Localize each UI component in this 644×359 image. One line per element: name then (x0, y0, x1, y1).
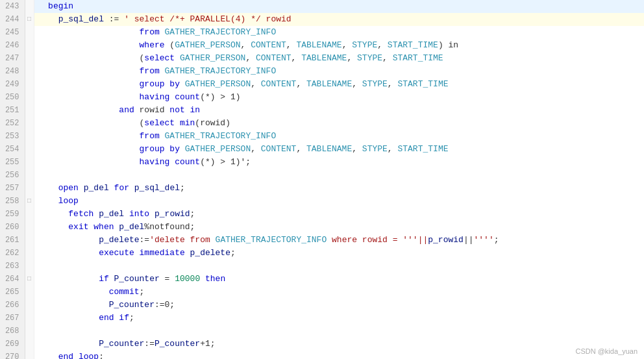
code-line (34, 169, 644, 182)
code-line: p_delete:='delete from GATHER_TRAJECTORY… (34, 234, 644, 247)
line-number: 269 (0, 338, 25, 351)
fold-indicator (25, 234, 34, 247)
code-line: from GATHER_TRAJECTORY_INFO (34, 65, 644, 78)
line-number: 249 (0, 78, 25, 91)
code-line: p_sql_del := ' select /*+ PARALLEL(4) */… (34, 13, 644, 26)
code-editor: 243 begin244□ p_sql_del := ' select /*+ … (0, 0, 644, 359)
line-number: 268 (0, 325, 25, 338)
line-number: 247 (0, 52, 25, 65)
fold-indicator[interactable]: □ (25, 273, 34, 286)
fold-indicator (25, 351, 34, 359)
code-line: having count(*) > 1) (34, 91, 644, 104)
code-line: execute immediate p_delete; (34, 247, 644, 260)
fold-indicator (25, 299, 34, 312)
fold-indicator (25, 221, 34, 234)
line-number: 244 (0, 13, 25, 26)
code-line: group by GATHER_PERSON, CONTENT, TABLENA… (34, 143, 644, 156)
code-line: fetch p_del into p_rowid; (34, 208, 644, 221)
fold-indicator (25, 130, 34, 143)
line-number: 264 (0, 273, 25, 286)
line-number: 263 (0, 260, 25, 273)
line-number: 262 (0, 247, 25, 260)
line-number: 260 (0, 221, 25, 234)
line-number: 265 (0, 286, 25, 299)
fold-indicator (25, 39, 34, 52)
code-line: P_counter:=P_counter+1; (34, 338, 644, 351)
watermark: CSDN @kida_yuan (575, 347, 638, 355)
fold-indicator (25, 312, 34, 325)
line-number: 259 (0, 208, 25, 221)
fold-indicator (25, 91, 34, 104)
code-table: 243 begin244□ p_sql_del := ' select /*+ … (0, 0, 644, 359)
line-number: 243 (0, 0, 25, 13)
code-line: having count(*) > 1)'; (34, 156, 644, 169)
fold-indicator (25, 52, 34, 65)
fold-indicator[interactable]: □ (25, 13, 34, 26)
line-number: 246 (0, 39, 25, 52)
line-number: 251 (0, 104, 25, 117)
code-line: (select min(rowid) (34, 117, 644, 130)
line-number: 270 (0, 351, 25, 359)
line-number: 267 (0, 312, 25, 325)
fold-indicator (25, 338, 34, 351)
line-number: 258 (0, 195, 25, 208)
code-line: begin (34, 0, 644, 13)
fold-indicator (25, 26, 34, 39)
code-line: (select GATHER_PERSON, CONTENT, TABLENAM… (34, 52, 644, 65)
fold-indicator (25, 0, 34, 13)
code-line (34, 325, 644, 338)
code-line: from GATHER_TRAJECTORY_INFO (34, 26, 644, 39)
code-line: and rowid not in (34, 104, 644, 117)
fold-indicator (25, 143, 34, 156)
fold-indicator (25, 156, 34, 169)
line-number: 248 (0, 65, 25, 78)
fold-indicator (25, 208, 34, 221)
code-line: exit when p_del%notfound; (34, 221, 644, 234)
fold-indicator (25, 169, 34, 182)
line-number: 250 (0, 91, 25, 104)
line-number: 257 (0, 182, 25, 195)
code-line (34, 260, 644, 273)
code-line: loop (34, 195, 644, 208)
code-line: group by GATHER_PERSON, CONTENT, TABLENA… (34, 78, 644, 91)
fold-indicator[interactable]: □ (25, 195, 34, 208)
code-line: end loop; (34, 351, 644, 359)
fold-indicator (25, 65, 34, 78)
line-number: 252 (0, 117, 25, 130)
line-number: 256 (0, 169, 25, 182)
fold-indicator (25, 325, 34, 338)
code-line: open p_del for p_sql_del; (34, 182, 644, 195)
fold-indicator (25, 117, 34, 130)
fold-indicator (25, 78, 34, 91)
line-number: 266 (0, 299, 25, 312)
line-number: 253 (0, 130, 25, 143)
code-line: where (GATHER_PERSON, CONTENT, TABLENAME… (34, 39, 644, 52)
line-number: 261 (0, 234, 25, 247)
line-number: 255 (0, 156, 25, 169)
fold-indicator (25, 286, 34, 299)
code-line: if P_counter = 10000 then (34, 273, 644, 286)
fold-indicator (25, 182, 34, 195)
fold-indicator (25, 260, 34, 273)
code-line: from GATHER_TRAJECTORY_INFO (34, 130, 644, 143)
line-number: 254 (0, 143, 25, 156)
fold-indicator (25, 247, 34, 260)
fold-indicator (25, 104, 34, 117)
code-line: P_counter:=0; (34, 299, 644, 312)
code-line: end if; (34, 312, 644, 325)
code-line: commit; (34, 286, 644, 299)
line-number: 245 (0, 26, 25, 39)
